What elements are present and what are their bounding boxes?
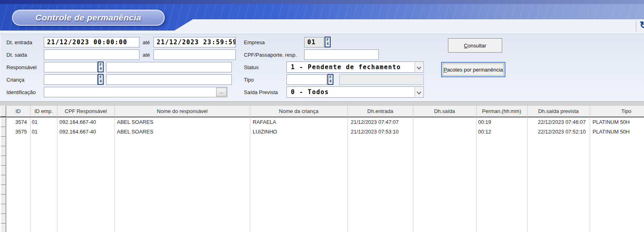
ate-label-1: até — [143, 39, 150, 45]
column-header-id-emp[interactable]: ID emp. — [30, 106, 57, 117]
cell-tipo: PLATINUM 50H — [590, 127, 644, 137]
crianca-f4-button[interactable]: F4 — [98, 74, 104, 85]
responsavel-f4-button[interactable]: F4 — [98, 62, 104, 72]
cell-dh-sa-da — [413, 117, 476, 127]
title-banner: Controle de permanência ↻ — [0, 0, 644, 34]
dt-saida-to-input[interactable] — [153, 49, 236, 60]
toolbar-separator — [636, 21, 637, 32]
ate-label-2: até — [143, 52, 150, 58]
status-label: Status — [244, 64, 259, 70]
table-row[interactable]: 357401092.164.667-40ABEL SOARESRAFAELA21… — [0, 117, 644, 127]
grid-top-band — [0, 101, 644, 106]
column-header-nome-do-respons-vel[interactable]: Nome do responsável — [114, 106, 250, 117]
grid-header-row: IDID emp.CPF ResponsávelNome do responsá… — [0, 106, 644, 117]
row-selector[interactable] — [1, 146, 6, 156]
dt-entrada-from-input[interactable]: 21/12/2023 00:00:00 — [44, 37, 139, 47]
cpf-passaporte-label: CPF/Passaporte. resp. — [244, 52, 297, 58]
dt-entrada-label: Dt. entrada — [6, 39, 32, 45]
status-select-value: 1 - Pendente de fechamento — [287, 62, 415, 72]
column-header-dh-entrada[interactable]: Dh.entrada — [348, 106, 413, 117]
banner-top-strip — [0, 0, 644, 4]
cell-perman-hh-mm: 00:12 — [476, 127, 527, 137]
cell-id: 3574 — [6, 117, 30, 127]
cell-dh-entrada: 21/12/2023 07:53:10 — [348, 127, 413, 137]
column-header-perman-hh-mm[interactable]: Perman.(hh:mm) — [476, 106, 527, 117]
cell-tipo: PLATINUM 50H — [590, 117, 644, 127]
responsavel-label: Responsável — [6, 64, 37, 70]
results-grid: IDID emp.CPF ResponsávelNome do responsá… — [0, 101, 644, 232]
empresa-label: Empresa — [244, 39, 265, 45]
row-selector[interactable] — [1, 185, 6, 195]
tipo-f4-button[interactable]: F4 — [327, 74, 333, 85]
cell-perman-hh-mm: 00:19 — [476, 117, 527, 127]
identificacao-label: Identificação — [6, 89, 36, 95]
page-title-pill: Controle de permanência — [12, 10, 165, 26]
dt-saida-from-input[interactable] — [44, 49, 139, 60]
cell-dh-sa-da-prevista: 22/12/2023 07:46:07 — [527, 117, 590, 127]
responsavel-name-input[interactable] — [106, 62, 232, 72]
cell-dh-sa-da-prevista: 22/12/2023 07:52:10 — [527, 127, 590, 137]
consultar-button[interactable]: Consultar — [448, 38, 502, 53]
row-selector[interactable] — [1, 214, 6, 224]
column-header-id[interactable]: ID — [6, 106, 30, 117]
saida-prevista-label: Saída Prevista — [244, 89, 278, 95]
column-header-tipo[interactable]: Tipo — [590, 106, 644, 117]
row-selector[interactable] — [1, 137, 6, 146]
column-header-cpf-respons-vel[interactable]: CPF Responsável — [57, 106, 114, 117]
row-selector[interactable] — [1, 224, 6, 232]
row-selector[interactable] — [1, 166, 6, 175]
cell-id-emp: 01 — [30, 127, 57, 137]
crianca-name-input[interactable] — [106, 74, 232, 85]
saida-prevista-select[interactable]: 0 - Todos — [286, 86, 424, 98]
column-header-dh-sa-da-prevista[interactable]: Dh.saída prevista — [527, 106, 590, 117]
app-window: Controle de permanência ↻ Dt. entrada Dt… — [0, 0, 644, 232]
column-header-dh-sa-da[interactable]: Dh.saída — [413, 106, 476, 117]
dt-entrada-to-input[interactable]: 21/12/2023 23:59:59 — [153, 37, 236, 47]
responsavel-code-input[interactable] — [44, 62, 98, 72]
cell-nome-da-crian-a: LUIZINHO — [250, 127, 348, 137]
cell-nome-do-respons-vel: ABEL SOARES — [114, 117, 250, 127]
identificacao-browse-button[interactable]: ... — [216, 88, 227, 96]
table-row[interactable]: 357501092.164.667-40ABEL SOARESLUIZINHO2… — [0, 127, 644, 137]
cell-cpf-respons-vel: 092.164.667-40 — [57, 117, 114, 127]
column-header-nome-da-crian-a[interactable]: Nome da criança — [250, 106, 348, 117]
row-selector[interactable] — [1, 106, 6, 117]
tipo-label: Tipo — [244, 77, 254, 83]
refresh-icon[interactable]: ↻ — [640, 20, 644, 32]
crianca-label: Criança — [6, 77, 25, 83]
identificacao-input[interactable] — [44, 87, 227, 97]
cell-dh-entrada: 21/12/2023 07:47:07 — [348, 117, 413, 127]
crianca-code-input[interactable] — [44, 74, 98, 85]
pacotes-por-permanencia-button[interactable]: Pacotes por permanência — [441, 62, 505, 77]
row-selector[interactable] — [1, 156, 6, 166]
empresa-f4-button[interactable]: F4 — [325, 37, 331, 47]
cell-id-emp: 01 — [30, 117, 57, 127]
tipo-desc-input — [339, 74, 424, 85]
saida-prevista-select-value: 0 - Todos — [287, 87, 415, 97]
cpf-passaporte-input[interactable] — [304, 49, 379, 60]
status-select[interactable]: 1 - Pendente de fechamento — [286, 62, 424, 73]
dt-saida-label: Dt. saida — [6, 52, 27, 58]
cell-cpf-respons-vel: 092.164.667-40 — [57, 127, 114, 137]
empresa-input[interactable]: 01 — [304, 37, 324, 47]
cell-id: 3575 — [6, 127, 30, 137]
saida-prevista-chevron-down-icon[interactable] — [415, 87, 423, 97]
filter-panel: Dt. entrada Dt. saida Responsável Crianç… — [0, 34, 644, 101]
cell-nome-do-respons-vel: ABEL SOARES — [114, 127, 250, 137]
row-selector[interactable] — [1, 195, 6, 204]
cell-dh-sa-da — [413, 127, 476, 137]
cell-nome-da-crian-a: RAFAELA — [250, 117, 348, 127]
row-selector[interactable] — [1, 204, 6, 214]
status-chevron-down-icon[interactable] — [415, 62, 423, 72]
page-title: Controle de permanência — [35, 13, 141, 23]
row-selector[interactable] — [1, 175, 6, 185]
tipo-code-input[interactable] — [286, 74, 327, 85]
